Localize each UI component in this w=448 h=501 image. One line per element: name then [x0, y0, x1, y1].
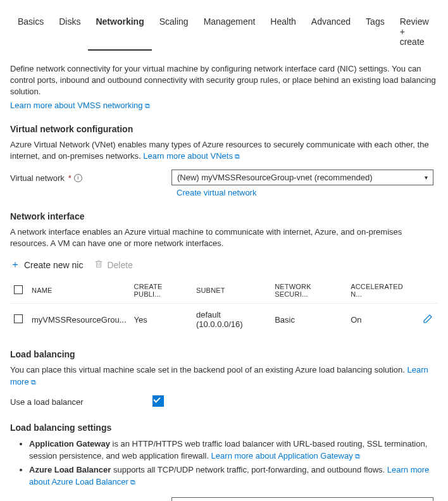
vnet-heading: Virtual network configuration — [10, 124, 438, 134]
tab-review-create[interactable]: Review + create — [392, 13, 438, 51]
edit-icon[interactable] — [423, 316, 433, 326]
select-all-checkbox[interactable] — [14, 285, 23, 294]
external-link-icon: ⧉ — [235, 152, 240, 160]
tab-scaling[interactable]: Scaling — [152, 13, 196, 51]
tab-advanced[interactable]: Advanced — [304, 13, 358, 51]
external-link-icon: ⧉ — [130, 478, 135, 486]
agw-name: Application Gateway — [29, 439, 110, 448]
col-public-ip: CREATE PUBLI... — [130, 278, 192, 304]
use-lb-checkbox[interactable] — [152, 395, 164, 407]
lb-desc: You can place this virtual machine scale… — [10, 364, 438, 387]
lb-options-label: Load balancing options* i — [10, 497, 171, 501]
nic-desc: A network interface enables an Azure vir… — [10, 226, 438, 249]
create-nic-label: Create new nic — [24, 260, 83, 270]
tab-tags[interactable]: Tags — [358, 13, 392, 51]
alb-bullet: Azure Load Balancer supports all TCP/UDP… — [29, 464, 438, 488]
plus-icon: ＋ — [10, 258, 20, 271]
tab-basics[interactable]: Basics — [10, 13, 51, 51]
row-subnet: default (10.0.0.0/16) — [192, 304, 271, 336]
learn-more-vmss-label: Learn more about VMSS networking — [10, 101, 143, 110]
external-link-icon: ⧉ — [355, 452, 360, 460]
vnet-desc: Azure Virtual Network (VNet) enables man… — [10, 139, 438, 162]
create-nic-button[interactable]: ＋ Create new nic — [10, 258, 83, 271]
learn-more-agw-label: Learn more about Application Gateway — [211, 451, 353, 461]
info-icon[interactable]: i — [74, 174, 82, 182]
tab-health[interactable]: Health — [263, 13, 303, 51]
tab-networking[interactable]: Networking — [88, 13, 151, 51]
row-name: myVMSSResourceGrou... — [28, 304, 130, 336]
virtual-network-field: Virtual network* i (New) myVMSSResourceG… — [10, 170, 438, 197]
row-accel: On — [347, 304, 419, 336]
nic-toolbar: ＋ Create new nic Delete — [10, 258, 438, 271]
learn-more-agw-link[interactable]: Learn more about Application Gateway⧉ — [211, 451, 360, 461]
table-row[interactable]: myVMSSResourceGrou... Yes default (10.0.… — [10, 304, 438, 336]
tab-management[interactable]: Management — [196, 13, 263, 51]
nic-heading: Network interface — [10, 211, 438, 221]
external-link-icon: ⧉ — [145, 102, 150, 109]
tab-disks[interactable]: Disks — [51, 13, 88, 51]
col-subnet: SUBNET — [192, 278, 271, 304]
col-name: NAME — [28, 278, 130, 304]
external-link-icon: ⧉ — [31, 378, 36, 386]
learn-more-vnets-label: Learn more about VNets — [143, 151, 233, 161]
row-public-ip: Yes — [130, 304, 192, 336]
virtual-network-label-text: Virtual network — [10, 173, 65, 183]
col-nsg: NETWORK SECURI... — [271, 278, 347, 304]
lb-desc-text: You can place this virtual machine scale… — [10, 365, 405, 374]
col-accel: ACCELERATED N... — [347, 278, 419, 304]
nic-table: NAME CREATE PUBLI... SUBNET NETWORK SECU… — [10, 278, 438, 335]
virtual-network-value: (New) myVMSSResourceGroup-vnet (recommen… — [177, 173, 372, 182]
lb-options-field: Load balancing options* i Azure load bal… — [10, 497, 438, 501]
learn-more-vnets-link[interactable]: Learn more about VNets⧉ — [143, 151, 240, 161]
svg-rect-0 — [97, 262, 101, 268]
chevron-down-icon: ▾ — [425, 174, 428, 181]
virtual-network-select[interactable]: (New) myVMSSResourceGroup-vnet (recommen… — [171, 170, 433, 185]
trash-icon — [94, 259, 103, 270]
lb-settings-bullets: Application Gateway is an HTTP/HTTPS web… — [10, 438, 438, 488]
row-nsg: Basic — [271, 304, 347, 336]
lb-settings-heading: Load balancing settings — [10, 423, 438, 433]
required-indicator: * — [68, 173, 72, 183]
tab-bar: Basics Disks Networking Scaling Manageme… — [10, 0, 438, 51]
agw-bullet: Application Gateway is an HTTP/HTTPS web… — [29, 438, 438, 462]
networking-intro-text: Define network connectivity for your vir… — [10, 63, 438, 98]
lb-heading: Load balancing — [10, 349, 438, 359]
virtual-network-label: Virtual network* i — [10, 170, 171, 183]
create-virtual-network-link[interactable]: Create virtual network — [177, 188, 256, 197]
delete-nic-button: Delete — [94, 258, 132, 271]
alb-name: Azure Load Balancer — [29, 465, 111, 474]
learn-more-vmss-link[interactable]: Learn more about VMSS networking⧉ — [10, 101, 150, 110]
row-checkbox[interactable] — [14, 314, 23, 323]
use-lb-label: Use a load balancer — [10, 397, 152, 407]
alb-desc: supports all TCP/UDP network traffic, po… — [111, 465, 387, 474]
lb-options-select[interactable]: Azure load balancer ▾ — [171, 497, 433, 501]
delete-nic-label: Delete — [107, 260, 132, 270]
use-load-balancer-field: Use a load balancer — [10, 395, 438, 409]
